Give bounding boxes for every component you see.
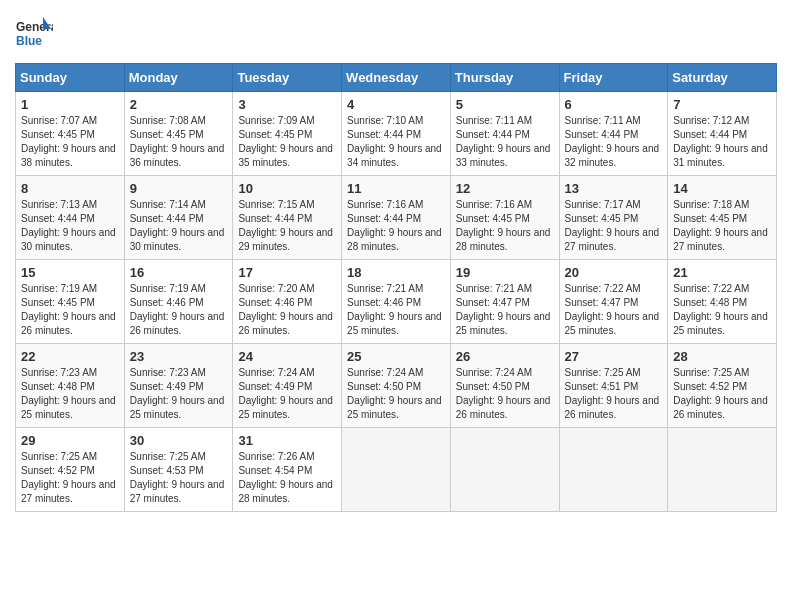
calendar-week-row: 8Sunrise: 7:13 AMSunset: 4:44 PMDaylight…: [16, 176, 777, 260]
calendar-cell: 24Sunrise: 7:24 AMSunset: 4:49 PMDayligh…: [233, 344, 342, 428]
weekday-header-row: SundayMondayTuesdayWednesdayThursdayFrid…: [16, 64, 777, 92]
day-info: Sunrise: 7:21 AMSunset: 4:47 PMDaylight:…: [456, 282, 554, 338]
day-number: 23: [130, 349, 228, 364]
day-info: Sunrise: 7:24 AMSunset: 4:49 PMDaylight:…: [238, 366, 336, 422]
calendar-cell: 5Sunrise: 7:11 AMSunset: 4:44 PMDaylight…: [450, 92, 559, 176]
calendar-week-row: 29Sunrise: 7:25 AMSunset: 4:52 PMDayligh…: [16, 428, 777, 512]
calendar-week-row: 22Sunrise: 7:23 AMSunset: 4:48 PMDayligh…: [16, 344, 777, 428]
day-info: Sunrise: 7:24 AMSunset: 4:50 PMDaylight:…: [347, 366, 445, 422]
weekday-header-wednesday: Wednesday: [342, 64, 451, 92]
calendar-cell: 20Sunrise: 7:22 AMSunset: 4:47 PMDayligh…: [559, 260, 668, 344]
day-info: Sunrise: 7:22 AMSunset: 4:48 PMDaylight:…: [673, 282, 771, 338]
calendar-cell: 22Sunrise: 7:23 AMSunset: 4:48 PMDayligh…: [16, 344, 125, 428]
day-number: 4: [347, 97, 445, 112]
svg-text:Blue: Blue: [16, 34, 42, 48]
day-number: 29: [21, 433, 119, 448]
day-number: 14: [673, 181, 771, 196]
calendar-cell: 27Sunrise: 7:25 AMSunset: 4:51 PMDayligh…: [559, 344, 668, 428]
calendar-cell: 30Sunrise: 7:25 AMSunset: 4:53 PMDayligh…: [124, 428, 233, 512]
weekday-header-friday: Friday: [559, 64, 668, 92]
day-info: Sunrise: 7:23 AMSunset: 4:48 PMDaylight:…: [21, 366, 119, 422]
day-number: 31: [238, 433, 336, 448]
day-info: Sunrise: 7:24 AMSunset: 4:50 PMDaylight:…: [456, 366, 554, 422]
weekday-header-sunday: Sunday: [16, 64, 125, 92]
day-info: Sunrise: 7:19 AMSunset: 4:46 PMDaylight:…: [130, 282, 228, 338]
day-info: Sunrise: 7:15 AMSunset: 4:44 PMDaylight:…: [238, 198, 336, 254]
day-number: 1: [21, 97, 119, 112]
calendar-cell: 23Sunrise: 7:23 AMSunset: 4:49 PMDayligh…: [124, 344, 233, 428]
day-info: Sunrise: 7:18 AMSunset: 4:45 PMDaylight:…: [673, 198, 771, 254]
calendar-cell: 3Sunrise: 7:09 AMSunset: 4:45 PMDaylight…: [233, 92, 342, 176]
day-info: Sunrise: 7:08 AMSunset: 4:45 PMDaylight:…: [130, 114, 228, 170]
weekday-header-saturday: Saturday: [668, 64, 777, 92]
calendar-body: 1Sunrise: 7:07 AMSunset: 4:45 PMDaylight…: [16, 92, 777, 512]
calendar-cell: 28Sunrise: 7:25 AMSunset: 4:52 PMDayligh…: [668, 344, 777, 428]
calendar-cell: [450, 428, 559, 512]
day-number: 3: [238, 97, 336, 112]
day-info: Sunrise: 7:13 AMSunset: 4:44 PMDaylight:…: [21, 198, 119, 254]
day-info: Sunrise: 7:25 AMSunset: 4:52 PMDaylight:…: [21, 450, 119, 506]
day-info: Sunrise: 7:25 AMSunset: 4:52 PMDaylight:…: [673, 366, 771, 422]
day-info: Sunrise: 7:22 AMSunset: 4:47 PMDaylight:…: [565, 282, 663, 338]
day-info: Sunrise: 7:16 AMSunset: 4:44 PMDaylight:…: [347, 198, 445, 254]
calendar-cell: 15Sunrise: 7:19 AMSunset: 4:45 PMDayligh…: [16, 260, 125, 344]
day-info: Sunrise: 7:20 AMSunset: 4:46 PMDaylight:…: [238, 282, 336, 338]
calendar-cell: 12Sunrise: 7:16 AMSunset: 4:45 PMDayligh…: [450, 176, 559, 260]
day-number: 9: [130, 181, 228, 196]
logo: General Blue: [15, 15, 53, 53]
calendar-cell: 26Sunrise: 7:24 AMSunset: 4:50 PMDayligh…: [450, 344, 559, 428]
calendar-week-row: 1Sunrise: 7:07 AMSunset: 4:45 PMDaylight…: [16, 92, 777, 176]
day-info: Sunrise: 7:19 AMSunset: 4:45 PMDaylight:…: [21, 282, 119, 338]
day-number: 17: [238, 265, 336, 280]
calendar-cell: 4Sunrise: 7:10 AMSunset: 4:44 PMDaylight…: [342, 92, 451, 176]
day-info: Sunrise: 7:21 AMSunset: 4:46 PMDaylight:…: [347, 282, 445, 338]
calendar-cell: 16Sunrise: 7:19 AMSunset: 4:46 PMDayligh…: [124, 260, 233, 344]
day-info: Sunrise: 7:10 AMSunset: 4:44 PMDaylight:…: [347, 114, 445, 170]
calendar-cell: 17Sunrise: 7:20 AMSunset: 4:46 PMDayligh…: [233, 260, 342, 344]
day-info: Sunrise: 7:25 AMSunset: 4:53 PMDaylight:…: [130, 450, 228, 506]
calendar-cell: [559, 428, 668, 512]
day-info: Sunrise: 7:11 AMSunset: 4:44 PMDaylight:…: [456, 114, 554, 170]
calendar-cell: 21Sunrise: 7:22 AMSunset: 4:48 PMDayligh…: [668, 260, 777, 344]
weekday-header-thursday: Thursday: [450, 64, 559, 92]
day-number: 24: [238, 349, 336, 364]
day-number: 13: [565, 181, 663, 196]
day-number: 10: [238, 181, 336, 196]
day-info: Sunrise: 7:12 AMSunset: 4:44 PMDaylight:…: [673, 114, 771, 170]
calendar-table: SundayMondayTuesdayWednesdayThursdayFrid…: [15, 63, 777, 512]
calendar-cell: 19Sunrise: 7:21 AMSunset: 4:47 PMDayligh…: [450, 260, 559, 344]
calendar-cell: 2Sunrise: 7:08 AMSunset: 4:45 PMDaylight…: [124, 92, 233, 176]
day-number: 8: [21, 181, 119, 196]
day-number: 7: [673, 97, 771, 112]
weekday-header-tuesday: Tuesday: [233, 64, 342, 92]
day-number: 6: [565, 97, 663, 112]
day-info: Sunrise: 7:16 AMSunset: 4:45 PMDaylight:…: [456, 198, 554, 254]
calendar-cell: 10Sunrise: 7:15 AMSunset: 4:44 PMDayligh…: [233, 176, 342, 260]
day-number: 19: [456, 265, 554, 280]
day-number: 25: [347, 349, 445, 364]
day-info: Sunrise: 7:17 AMSunset: 4:45 PMDaylight:…: [565, 198, 663, 254]
calendar-cell: 29Sunrise: 7:25 AMSunset: 4:52 PMDayligh…: [16, 428, 125, 512]
calendar-cell: 31Sunrise: 7:26 AMSunset: 4:54 PMDayligh…: [233, 428, 342, 512]
day-info: Sunrise: 7:14 AMSunset: 4:44 PMDaylight:…: [130, 198, 228, 254]
calendar-cell: 9Sunrise: 7:14 AMSunset: 4:44 PMDaylight…: [124, 176, 233, 260]
day-number: 30: [130, 433, 228, 448]
day-info: Sunrise: 7:07 AMSunset: 4:45 PMDaylight:…: [21, 114, 119, 170]
logo-container: General Blue: [15, 15, 53, 53]
day-number: 11: [347, 181, 445, 196]
day-info: Sunrise: 7:25 AMSunset: 4:51 PMDaylight:…: [565, 366, 663, 422]
calendar-cell: 25Sunrise: 7:24 AMSunset: 4:50 PMDayligh…: [342, 344, 451, 428]
calendar-header: SundayMondayTuesdayWednesdayThursdayFrid…: [16, 64, 777, 92]
day-number: 16: [130, 265, 228, 280]
day-number: 12: [456, 181, 554, 196]
day-number: 20: [565, 265, 663, 280]
day-number: 18: [347, 265, 445, 280]
calendar-cell: 6Sunrise: 7:11 AMSunset: 4:44 PMDaylight…: [559, 92, 668, 176]
day-number: 27: [565, 349, 663, 364]
calendar-cell: 14Sunrise: 7:18 AMSunset: 4:45 PMDayligh…: [668, 176, 777, 260]
calendar-cell: 11Sunrise: 7:16 AMSunset: 4:44 PMDayligh…: [342, 176, 451, 260]
calendar-cell: 8Sunrise: 7:13 AMSunset: 4:44 PMDaylight…: [16, 176, 125, 260]
header: General Blue: [15, 15, 777, 53]
day-info: Sunrise: 7:09 AMSunset: 4:45 PMDaylight:…: [238, 114, 336, 170]
day-number: 2: [130, 97, 228, 112]
